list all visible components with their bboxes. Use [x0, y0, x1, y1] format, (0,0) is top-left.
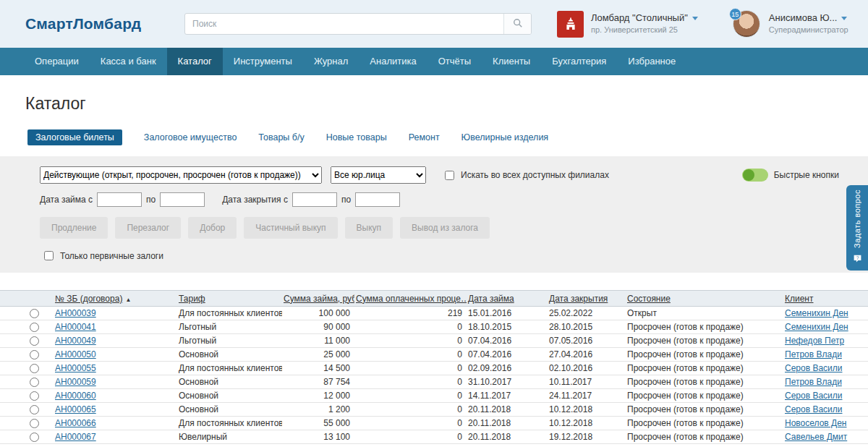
ticket-link[interactable]: АН000067: [55, 432, 96, 442]
client-link[interactable]: Серов Васили: [785, 363, 842, 373]
action-button[interactable]: Добор: [188, 217, 237, 239]
cell-client: Серов Васили: [783, 389, 868, 403]
cell-close-date: 10.11.2017: [548, 375, 626, 389]
header-status[interactable]: Состояние: [626, 291, 783, 307]
table-row: АН000059 Основной 87 754 0 31.10.2017 10…: [0, 375, 868, 389]
ask-question-tab[interactable]: Задать вопрос ?: [846, 185, 868, 271]
cell-close-date: 19.12.2018: [548, 430, 626, 444]
company-name: Ломбард "Столичный": [591, 12, 688, 24]
loan-date-to-input[interactable]: [160, 192, 205, 207]
row-select-radio[interactable]: [30, 405, 39, 414]
row-select-radio[interactable]: [30, 350, 39, 359]
only-primary-checkbox[interactable]: [44, 251, 54, 260]
ticket-link[interactable]: АН000059: [55, 377, 96, 387]
ticket-link[interactable]: АН000055: [55, 363, 96, 373]
cell-tariff: Основной: [177, 375, 282, 389]
tab[interactable]: Залоговые билеты: [27, 129, 122, 145]
ticket-link[interactable]: АН000066: [55, 418, 96, 428]
client-link[interactable]: Петров Влади: [785, 377, 842, 387]
client-link[interactable]: Савельев Дмит: [785, 432, 847, 442]
action-button[interactable]: Перезалог: [115, 217, 181, 239]
row-select-radio[interactable]: [30, 336, 39, 346]
status-filter-select[interactable]: Действующие (открыт, просрочен, просроче…: [40, 166, 322, 184]
header-tariff[interactable]: Тариф: [177, 291, 282, 307]
user-menu[interactable]: 15 Анисимова Ю... Суперадминистратор: [733, 10, 848, 38]
nav-item[interactable]: Аналитика: [359, 48, 427, 75]
header-client[interactable]: Клиент: [783, 291, 868, 307]
nav-item[interactable]: Избранное: [617, 48, 686, 75]
cell-loan-date: 18.10.2015: [467, 320, 548, 334]
header-loan-date[interactable]: Дата займа: [467, 291, 548, 307]
header-ticket[interactable]: № ЗБ (договора)▲: [54, 291, 177, 307]
close-date-to-input[interactable]: [355, 192, 400, 207]
cell-loan-date: 15.01.2016: [467, 307, 548, 320]
client-link[interactable]: Нефедов Петр: [785, 336, 844, 346]
nav-item[interactable]: Бухгалтерия: [541, 48, 617, 75]
client-link[interactable]: Семенихин Ден: [785, 308, 848, 318]
nav-item[interactable]: Отчёты: [427, 48, 482, 75]
nav-item[interactable]: Операции: [24, 48, 90, 75]
ticket-link[interactable]: АН000039: [55, 308, 96, 318]
row-select-radio[interactable]: [30, 433, 39, 442]
action-button[interactable]: Частичный выкуп: [244, 217, 337, 239]
tab[interactable]: Товары б/у: [258, 129, 304, 145]
action-button[interactable]: Выкуп: [345, 217, 393, 239]
header-loan-sum[interactable]: Сумма займа, руб.: [282, 291, 354, 307]
cell-select: [0, 334, 54, 348]
client-link[interactable]: Семенихин Ден: [785, 322, 848, 332]
cell-ticket: АН000049: [54, 334, 177, 348]
header-close-date[interactable]: Дата закрытия: [548, 291, 626, 307]
toggle-switch[interactable]: [742, 169, 768, 182]
action-button[interactable]: Вывод из залога: [400, 217, 490, 239]
cell-status: Просрочен (готов к продаже): [626, 375, 783, 389]
loan-date-from-input[interactable]: [97, 192, 142, 207]
nav-item[interactable]: Касса и банк: [90, 48, 167, 75]
avatar: 15: [733, 10, 760, 38]
row-select-radio[interactable]: [30, 364, 39, 373]
ticket-link[interactable]: АН000065: [55, 404, 96, 414]
loan-date-from-label: Дата займа с: [40, 195, 93, 205]
tab[interactable]: Ремонт: [409, 129, 440, 145]
legal-entity-select[interactable]: Все юр.лица: [331, 166, 426, 184]
row-select-radio[interactable]: [30, 309, 39, 318]
cell-tariff: Основной: [177, 389, 282, 403]
row-select-radio[interactable]: [30, 378, 39, 387]
all-branches-checkbox-label[interactable]: Искать во всех доступных филиалах: [442, 169, 609, 182]
client-link[interactable]: Серов Васили: [785, 404, 842, 414]
tab[interactable]: Новые товары: [326, 129, 387, 145]
cell-status: Просрочен (готов к продаже): [626, 403, 783, 417]
tab[interactable]: Ювелирные изделия: [461, 129, 549, 145]
nav-item[interactable]: Каталог: [167, 48, 223, 75]
chat-question-icon: ?: [853, 253, 862, 266]
all-branches-checkbox[interactable]: [445, 171, 454, 180]
cell-client: Нефедов Петр: [783, 334, 868, 348]
close-date-from-input[interactable]: [292, 192, 337, 207]
row-select-radio[interactable]: [30, 419, 39, 428]
nav-item[interactable]: Журнал: [303, 48, 359, 75]
search-input[interactable]: [185, 14, 503, 34]
action-button[interactable]: Продление: [40, 217, 108, 239]
ticket-link[interactable]: АН000049: [55, 336, 96, 346]
row-select-radio[interactable]: [30, 391, 39, 401]
search-button[interactable]: [503, 14, 531, 34]
company-address: пр. Университетский 25: [591, 25, 698, 35]
client-link[interactable]: Серов Васили: [785, 391, 842, 401]
nav-item[interactable]: Инструменты: [223, 48, 303, 75]
page-title: Каталог: [25, 93, 868, 114]
client-link[interactable]: Новоселов Ден: [785, 418, 846, 428]
quick-buttons-toggle[interactable]: Быстрые кнопки: [742, 169, 839, 182]
table-row: АН000060 Основной 12 000 0 14.11.2017 24…: [0, 389, 868, 403]
ticket-link[interactable]: АН000060: [55, 391, 96, 401]
client-link[interactable]: Петров Влади: [785, 349, 842, 359]
row-select-radio[interactable]: [30, 323, 39, 332]
tab[interactable]: Залоговое имущество: [144, 129, 237, 145]
only-primary-checkbox-label[interactable]: Только первичные залоги: [41, 249, 163, 263]
app-logo[interactable]: СмартЛомбард: [25, 15, 184, 33]
nav-item[interactable]: Клиенты: [482, 48, 541, 75]
ticket-link[interactable]: АН000041: [55, 322, 96, 332]
header-paid-interest[interactable]: Сумма оплаченных проце…: [354, 291, 467, 307]
company-selector[interactable]: Ломбард "Столичный" пр. Университетский …: [557, 11, 698, 38]
cell-ticket: АН000055: [54, 362, 177, 375]
cell-loan-date: 02.09.2016: [467, 362, 548, 375]
ticket-link[interactable]: АН000050: [55, 349, 96, 359]
